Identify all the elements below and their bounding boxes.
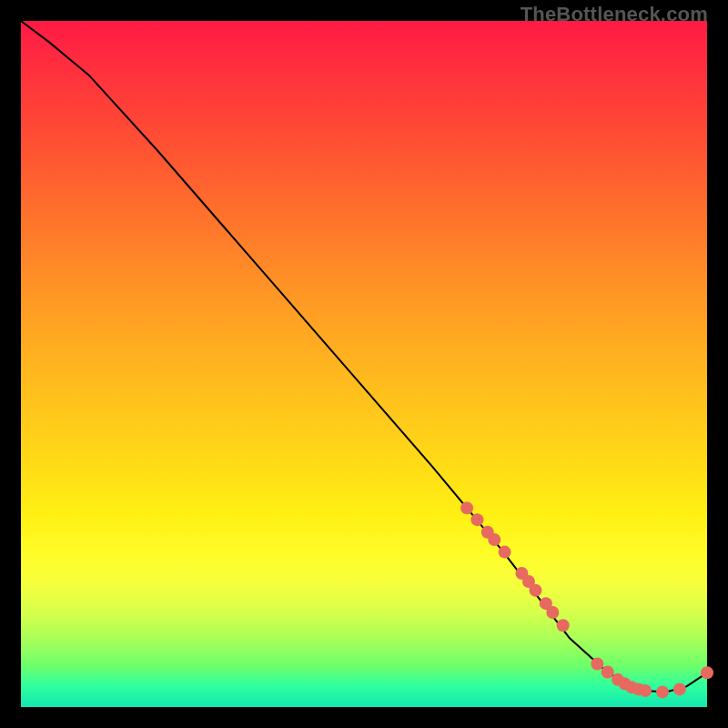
marker-dot [470, 513, 483, 526]
marker-dot [591, 658, 603, 671]
marker-dot [557, 619, 570, 632]
marker-dot [499, 546, 511, 559]
bottleneck-curve [21, 21, 707, 692]
curve-markers [460, 501, 713, 698]
chart-stage: TheBottleneck.com [0, 0, 728, 728]
marker-dot [530, 584, 542, 597]
marker-dot [701, 666, 713, 679]
marker-dot [656, 685, 669, 698]
marker-dot [673, 682, 686, 695]
marker-dot [460, 501, 473, 514]
marker-dot [546, 606, 559, 619]
marker-dot [602, 666, 614, 679]
marker-dot [639, 684, 652, 697]
marker-dot [488, 533, 500, 546]
chart-overlay [21, 21, 707, 707]
